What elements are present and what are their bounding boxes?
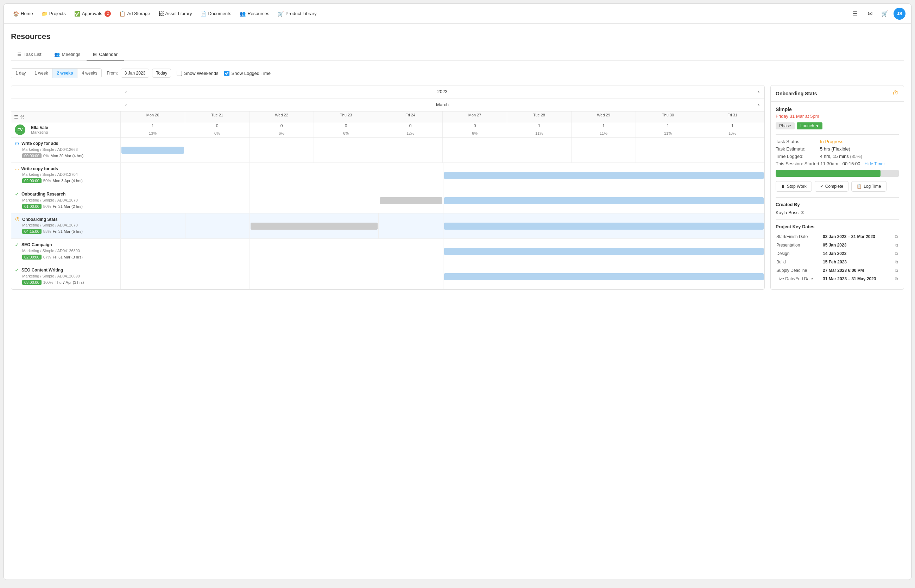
task6-bars	[120, 264, 764, 289]
tab-calendar[interactable]: ⊞ Calendar	[87, 48, 124, 61]
task1-due: Mon 20 Mar (4 hrs)	[51, 153, 84, 158]
nav-approvals[interactable]: ✅ Approvals 2	[71, 8, 115, 19]
task-row-4[interactable]: ⏱ Onboarding Stats Marketing / Simple / …	[11, 213, 764, 239]
task2-pct: 50%	[43, 179, 51, 183]
nav-resources[interactable]: 👥 Resources	[236, 9, 273, 19]
task2-sub: Marketing / Simple / AD0412704	[22, 172, 117, 176]
task-row-6: ✓ SEO Content Writing Marketing / Simple…	[11, 264, 764, 289]
show-logged-toggle[interactable]: Show Logged Time	[224, 71, 270, 76]
date-edit-0[interactable]: ⧉	[895, 234, 898, 239]
gantt-prev-month[interactable]: ‹	[120, 99, 132, 111]
gantt-list-icon: ☰	[14, 114, 18, 120]
view-1day[interactable]: 1 day	[11, 69, 30, 78]
task-status-value: In Progress	[820, 139, 843, 144]
task5-bars	[120, 239, 764, 264]
pct-7: 11%	[571, 130, 636, 137]
gantt-month-label: March	[132, 99, 753, 111]
pct-1: 0%	[185, 130, 249, 137]
show-weekends-toggle[interactable]: Show Weekends	[177, 71, 218, 76]
task2-time-badge: 02:00:00	[22, 178, 42, 183]
user-dept: Marketing	[31, 130, 48, 134]
ad-storage-icon: 📋	[119, 11, 125, 16]
user-row: EV Ella Vale Marketing 1 0 0 0	[11, 123, 764, 137]
nav-asset-library[interactable]: 🖼 Asset Library	[155, 9, 196, 19]
pct-0: 13%	[120, 130, 185, 137]
stop-work-button[interactable]: ⏸ Stop Work	[776, 181, 812, 192]
task6-pct: 100%	[43, 280, 53, 284]
phase-label: Phase	[776, 123, 795, 129]
log-time-button[interactable]: 📋 Log Time	[851, 181, 886, 192]
day-col-5: Mon 27	[442, 111, 507, 122]
progress-bar-container	[776, 170, 899, 177]
nav-home[interactable]: 🏠 Home	[10, 9, 37, 19]
pct-9: 16%	[700, 130, 764, 137]
num-9: 1	[700, 123, 764, 130]
mail-icon[interactable]: ✉	[864, 8, 876, 20]
gantt-year-nav: ‹ 2023 ›	[11, 86, 764, 99]
task5-due: Fri 31 Mar (3 hrs)	[53, 255, 83, 259]
nav-projects[interactable]: 📁 Projects	[38, 9, 69, 19]
today-button[interactable]: Today	[152, 69, 171, 78]
phase-badge[interactable]: Launch ▼	[797, 123, 823, 129]
task3-time-badge: 01:00:00	[22, 204, 42, 209]
pause-icon: ⏸	[781, 184, 785, 189]
nav-product-library[interactable]: 🛒 Product Library	[274, 9, 320, 19]
date-edit-3[interactable]: ⧉	[895, 260, 898, 265]
view-2weeks[interactable]: 2 weeks	[52, 69, 78, 78]
phase-chevron-icon: ▼	[815, 124, 819, 128]
pct-5: 6%	[442, 130, 507, 137]
projects-icon: 📁	[42, 11, 47, 16]
date-label-2: Design	[776, 250, 822, 257]
num-6: 1	[507, 123, 571, 130]
task5-time-badge: 02:00:00	[22, 255, 42, 260]
gantt-next-year[interactable]: ›	[753, 86, 764, 98]
task2-status-icon: ···	[15, 166, 19, 171]
nav-ad-storage[interactable]: 📋 Ad Storage	[116, 9, 154, 19]
task4-status-icon: ⏱	[15, 216, 20, 222]
meetings-icon: 👥	[54, 52, 60, 57]
task4-pct: 85%	[43, 229, 51, 234]
tab-meetings[interactable]: 👥 Meetings	[48, 48, 87, 61]
task-estimate-value: 5 hrs (Flexible)	[820, 146, 850, 152]
task-row-5: ✓ SEO Campaign Marketing / Simple / AD04…	[11, 239, 764, 264]
view-1week[interactable]: 1 week	[30, 69, 52, 78]
time-logged-row: Time Logged: 4 hrs, 15 mins (85%)	[776, 153, 899, 159]
task-row-2: ··· Write copy for ads Marketing / Simpl…	[11, 163, 764, 188]
check-icon: ✓	[820, 184, 824, 189]
show-logged-checkbox[interactable]	[224, 71, 230, 76]
task6-title: SEO Content Writing	[21, 268, 63, 273]
key-dates-section: Project Key Dates	[776, 224, 899, 229]
hide-timer-link[interactable]: Hide Timer	[864, 162, 885, 166]
task4-time-badge: 04:15:00	[22, 229, 42, 234]
show-weekends-checkbox[interactable]	[177, 71, 182, 76]
task4-title: Onboarding Stats	[22, 217, 58, 222]
date-edit-1[interactable]: ⧉	[895, 243, 898, 247]
created-by-row: Kayla Boss ✉	[776, 210, 899, 215]
panel-header: Onboarding Stats ⏱	[771, 86, 904, 102]
creator-mail-icon[interactable]: ✉	[801, 210, 805, 215]
date-edit-2[interactable]: ⧉	[895, 251, 898, 256]
user-avatar[interactable]: JS	[894, 8, 905, 20]
gantt-next-month[interactable]: ›	[753, 99, 764, 111]
gantt-chart: ‹ 2023 › ‹ March › ☰ %	[11, 85, 765, 290]
task1-sub: Marketing / Simple / AD0412663	[22, 147, 117, 152]
panel-clock-icon[interactable]: ⏱	[892, 90, 899, 97]
cart-icon[interactable]: 🛒	[879, 8, 891, 20]
approvals-icon: ✅	[74, 11, 80, 16]
home-icon: 🏠	[13, 11, 19, 16]
page-title: Resources	[11, 32, 904, 41]
task4-sub: Marketing / Simple / AD0412670	[22, 223, 117, 227]
view-4weeks[interactable]: 4 weeks	[78, 69, 101, 78]
num-8: 1	[636, 123, 700, 130]
view-selector: 1 day 1 week 2 weeks 4 weeks	[11, 68, 102, 78]
tab-task-list[interactable]: ☰ Task List	[11, 48, 48, 61]
task2-title: Write copy for ads	[21, 166, 58, 171]
date-edit-4[interactable]: ⧉	[895, 268, 898, 273]
nav-documents[interactable]: 📄 Documents	[197, 9, 235, 19]
date-picker[interactable]: 3 Jan 2023	[121, 69, 149, 78]
list-view-icon[interactable]: ☰	[849, 8, 861, 20]
date-edit-5[interactable]: ⧉	[895, 276, 898, 281]
day-col-1: Tue 21	[185, 111, 249, 122]
complete-button[interactable]: ✓ Complete	[815, 181, 849, 192]
gantt-prev-year[interactable]: ‹	[120, 86, 132, 98]
